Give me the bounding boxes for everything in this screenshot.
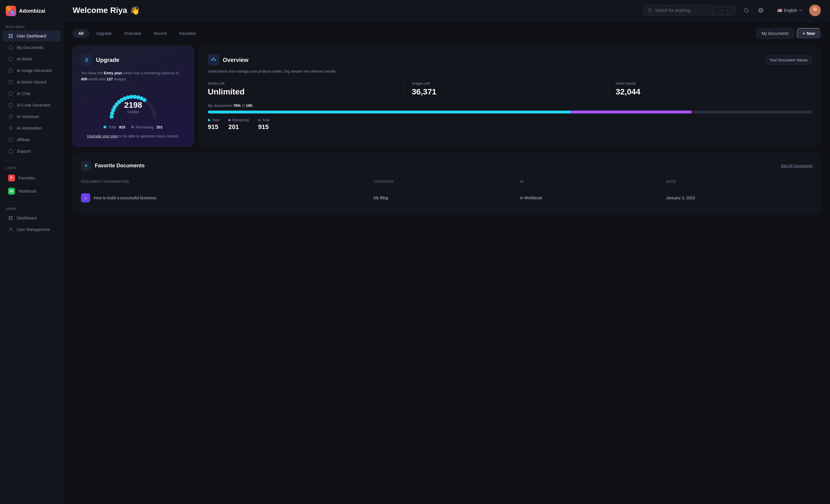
sidebar-item-favorites[interactable]: F Favorites [2, 172, 61, 184]
tab-overview[interactable]: Overview [119, 29, 147, 38]
svg-rect-5 [11, 34, 13, 36]
gauge-center: 2198 Credits [124, 100, 142, 114]
sidebar-item-dashboard-admin[interactable]: Dashboard [2, 212, 61, 224]
search-icon [647, 8, 652, 13]
svg-rect-20 [11, 216, 13, 218]
star-wand-icon [84, 163, 89, 168]
welcome-text: Welcome Riya [73, 6, 127, 15]
svg-point-8 [9, 46, 13, 49]
sidebar-item-ai-chat[interactable]: AI Chat [2, 88, 61, 99]
svg-point-17 [9, 138, 13, 142]
progress-legend: Total 915 Remaining 201 [208, 118, 812, 131]
stats-row: Words Left Unlimited Images Left 36,371 … [208, 81, 812, 97]
gauge-wrap: 2198 Credits [104, 88, 162, 123]
theme-toggle-button[interactable] [741, 5, 752, 15]
sidebar-item-user-management[interactable]: User Management [2, 224, 61, 235]
prog-value-total-2: 915 [258, 123, 269, 131]
search-bar[interactable]: cmd + E [643, 5, 735, 15]
prog-dot-gray [258, 119, 260, 121]
tab-upgrade[interactable]: Upgrade [91, 29, 118, 38]
overview-card: Overview Your Document Values Understand… [199, 46, 821, 146]
table-row: How to build a successful business My Bl… [81, 189, 812, 207]
svg-point-11 [9, 80, 13, 84]
prog-legend-total-2: Total 915 [258, 118, 269, 131]
tab-favorites[interactable]: Favorites [173, 29, 202, 38]
doc-location: in Workbook [520, 196, 666, 200]
overview-subtitle: Understand and manage your projects bett… [208, 69, 812, 75]
svg-point-48 [152, 108, 155, 111]
welcome-title: Welcome Riya 👋 [73, 6, 637, 15]
my-documents-button[interactable]: My Documents [756, 28, 794, 39]
search-input[interactable] [655, 8, 712, 13]
svg-rect-6 [9, 36, 10, 38]
svg-point-13 [9, 103, 13, 107]
sidebar-label-my-documents: My Documents [17, 45, 43, 50]
sidebar-label-affiliate: Affiliate [17, 137, 30, 142]
sidebar-label-ai-writer: AI Writer [17, 57, 32, 61]
gauge-legend: Total 915 Remaining 201 [103, 125, 163, 129]
avatar[interactable] [809, 5, 821, 16]
svg-rect-0 [8, 8, 11, 11]
sidebar-item-user-dashboard[interactable]: User Dashboard [2, 31, 61, 41]
sidebar-label-ai-chat: AI Chat [17, 91, 30, 96]
new-button[interactable]: + New [797, 28, 821, 39]
sidebar-label-favorites: Favorites [19, 176, 35, 180]
svg-point-52 [213, 58, 215, 59]
legend-remaining-label: Remaining [136, 125, 154, 129]
sidebar-item-affiliate[interactable]: Affiliate [2, 134, 61, 145]
doc-date: January 3, 2023 [666, 196, 812, 200]
tab-actions: My Documents + New [756, 28, 821, 39]
legend-remaining: Remaining 201 [131, 125, 163, 129]
ai-code-icon [8, 103, 13, 108]
tab-bar: All Upgrade Overview Recent Favorites My… [73, 28, 821, 39]
tab-recent[interactable]: Recent [148, 29, 172, 38]
cards-row: Upgrade You have the Entry plan which ha… [73, 46, 821, 146]
doc-name-cell: How to build a successful business [81, 193, 374, 202]
sidebar-label-admin-dashboard: Dashboard [17, 216, 37, 220]
app-logo[interactable]: Adombizai [0, 6, 63, 23]
sidebar-item-my-documents[interactable]: My Documents [2, 42, 61, 53]
col-header-in: In [520, 180, 666, 184]
sidebar-item-ai-image-generator[interactable]: AI Image Generator [2, 65, 61, 76]
sidebar-item-ai-article-wizard[interactable]: AI Article Wizard [2, 77, 61, 88]
upgrade-card: Upgrade You have the Entry plan which ha… [73, 46, 194, 146]
sidebar-item-ai-voiceover[interactable]: AI Voiceover [2, 111, 61, 122]
svg-rect-4 [9, 34, 10, 36]
header-divider [770, 7, 770, 14]
upgrade-card-header: Upgrade [81, 54, 185, 66]
upgrade-link: Upgrade your plan to be able to generate… [81, 134, 185, 138]
stat-images-value: 36,371 [412, 87, 602, 97]
sidebar-item-support[interactable]: Support [2, 146, 61, 157]
svg-point-10 [9, 69, 13, 73]
content-area: All Upgrade Overview Recent Favorites My… [63, 21, 830, 504]
upgrade-plan-link[interactable]: Upgrade your plan [87, 134, 118, 138]
prog-value-remaining: 201 [228, 123, 249, 131]
doc-values-button[interactable]: Your Document Values [765, 55, 812, 65]
svg-rect-7 [11, 36, 13, 38]
stat-hours-label: Hours Saved [615, 81, 805, 86]
recycle-icon [84, 57, 90, 63]
svg-point-44 [142, 98, 147, 102]
sidebar-item-ai-automation[interactable]: AI Automation [2, 123, 61, 134]
prog-label-remaining: Remaining [232, 118, 249, 122]
sidebar-item-workbook[interactable]: W Workbook [2, 185, 61, 198]
sparkle-icon [211, 57, 217, 63]
gauge-label: Credits [124, 109, 142, 114]
tab-all[interactable]: All [73, 29, 89, 38]
see-all-documents-link[interactable]: See All Documents [781, 164, 812, 168]
ai-article-icon [8, 79, 13, 85]
upgrade-card-icon [81, 54, 93, 66]
sidebar-item-ai-writer[interactable]: AI Writer [2, 54, 61, 65]
fav-icon [81, 161, 91, 171]
svg-rect-21 [9, 218, 10, 220]
doc-name: How to build a successful business [94, 196, 156, 200]
sidebar-divider-1 [5, 160, 59, 161]
sidebar-item-ai-code-generator[interactable]: AI Code Generator [2, 100, 61, 110]
upgrade-desc: You have the Entry plan which has a rema… [81, 70, 185, 82]
legend-dot-remaining [131, 126, 134, 129]
globe-button[interactable] [756, 5, 766, 15]
overview-card-header: Overview Your Document Values [208, 54, 812, 66]
chevron-down-icon [799, 9, 802, 12]
sidebar-label-user-management: User Management [17, 227, 50, 232]
language-button[interactable]: 🇺🇸 English [774, 6, 805, 14]
